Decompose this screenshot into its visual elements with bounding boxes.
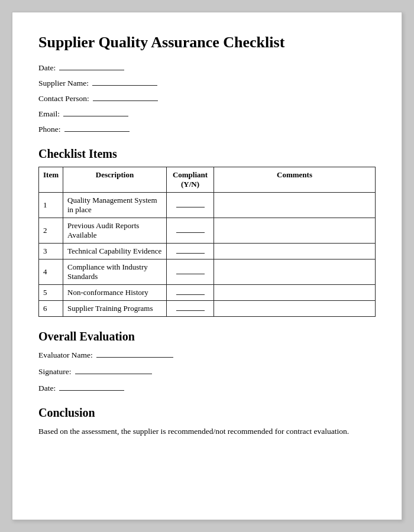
supplier-name-label: Supplier Name: — [38, 79, 89, 88]
table-row: 5Non-conformance History — [39, 285, 376, 301]
table-header-row: Item Description Compliant (Y/N) Comment… — [39, 167, 376, 193]
evaluator-name-input[interactable] — [96, 349, 173, 358]
email-label: Email: — [38, 109, 60, 119]
overall-fields: Evaluator Name: Signature: Date: — [38, 349, 376, 393]
conclusion-text: Based on the assessment, the supplier is… — [38, 426, 376, 437]
cell-item: 6 — [39, 301, 63, 317]
overall-date-input[interactable] — [59, 382, 124, 391]
table-row: 6Supplier Training Programs — [39, 301, 376, 317]
cell-description: Compliance with Industry Standards — [63, 259, 167, 285]
page-title: Supplier Quality Assurance Checklist — [38, 34, 376, 51]
cell-description: Quality Management System in place — [63, 193, 167, 218]
contact-person-field: Contact Person: — [38, 93, 376, 103]
signature-field: Signature: — [38, 366, 376, 377]
signature-input[interactable] — [75, 366, 152, 374]
cell-item: 4 — [39, 259, 63, 285]
cell-compliant[interactable] — [167, 244, 214, 259]
overall-date-field: Date: — [38, 382, 376, 393]
date-input[interactable] — [59, 62, 124, 70]
signature-label: Signature: — [38, 367, 72, 377]
cell-compliant[interactable] — [167, 285, 214, 301]
page: Supplier Quality Assurance Checklist Dat… — [12, 12, 402, 520]
cell-comments[interactable] — [214, 193, 376, 218]
email-field: Email: — [38, 108, 376, 119]
contact-person-input[interactable] — [93, 93, 158, 101]
supplier-name-field: Supplier Name: — [38, 77, 376, 88]
cell-comments[interactable] — [214, 285, 376, 301]
overall-date-label: Date: — [38, 384, 56, 393]
header-fields: Date: Supplier Name: Contact Person: Ema… — [38, 62, 376, 134]
phone-label: Phone: — [38, 125, 61, 134]
col-header-description: Description — [63, 167, 167, 193]
cell-description: Non-conformance History — [63, 285, 167, 301]
cell-compliant[interactable] — [167, 259, 214, 285]
phone-input[interactable] — [64, 124, 130, 132]
date-field: Date: — [38, 62, 376, 73]
cell-compliant[interactable] — [167, 193, 214, 218]
cell-item: 1 — [39, 193, 63, 218]
supplier-name-input[interactable] — [92, 77, 157, 86]
cell-compliant[interactable] — [167, 218, 214, 244]
checklist-section-title: Checklist Items — [38, 147, 376, 161]
cell-comments[interactable] — [214, 218, 376, 244]
email-input[interactable] — [63, 108, 128, 116]
evaluator-name-field: Evaluator Name: — [38, 349, 376, 360]
cell-item: 2 — [39, 218, 63, 244]
col-header-compliant: Compliant (Y/N) — [167, 167, 214, 193]
cell-description: Technical Capability Evidence — [63, 244, 167, 259]
col-header-item: Item — [39, 167, 63, 193]
cell-description: Previous Audit Reports Available — [63, 218, 167, 244]
cell-description: Supplier Training Programs — [63, 301, 167, 317]
contact-person-label: Contact Person: — [38, 94, 89, 103]
cell-comments[interactable] — [214, 259, 376, 285]
date-label: Date: — [38, 63, 56, 73]
table-row: 1Quality Management System in place — [39, 193, 376, 218]
table-row: 2Previous Audit Reports Available — [39, 218, 376, 244]
checklist-table: Item Description Compliant (Y/N) Comment… — [38, 167, 376, 317]
table-row: 4Compliance with Industry Standards — [39, 259, 376, 285]
cell-item: 5 — [39, 285, 63, 301]
cell-item: 3 — [39, 244, 63, 259]
evaluator-name-label: Evaluator Name: — [38, 351, 93, 360]
cell-compliant[interactable] — [167, 301, 214, 317]
phone-field: Phone: — [38, 124, 376, 134]
table-row: 3Technical Capability Evidence — [39, 244, 376, 259]
cell-comments[interactable] — [214, 244, 376, 259]
conclusion-title: Conclusion — [38, 406, 376, 420]
col-header-comments: Comments — [214, 167, 376, 193]
overall-section-title: Overall Evaluation — [38, 330, 376, 343]
cell-comments[interactable] — [214, 301, 376, 317]
